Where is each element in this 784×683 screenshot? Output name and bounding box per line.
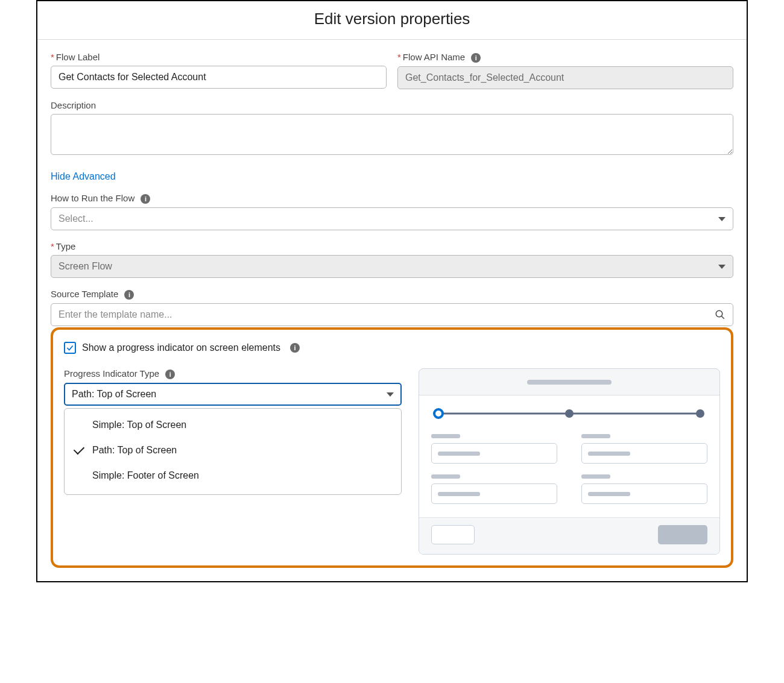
info-icon[interactable]: i bbox=[290, 343, 300, 353]
dropdown-option-simple-top[interactable]: Simple: Top of Screen bbox=[65, 412, 401, 438]
flow-api-name-input bbox=[397, 66, 733, 89]
info-icon[interactable]: i bbox=[124, 290, 134, 300]
chevron-down-icon bbox=[718, 265, 726, 269]
preview-next-button bbox=[658, 525, 707, 544]
modal-title: Edit version properties bbox=[37, 10, 747, 28]
preview-field bbox=[581, 434, 707, 464]
type-label: Type bbox=[51, 241, 733, 251]
preview-field bbox=[431, 434, 557, 464]
preview-header bbox=[419, 369, 719, 395]
hide-advanced-link[interactable]: Hide Advanced bbox=[51, 171, 116, 182]
source-template-label: Source Template i bbox=[51, 289, 733, 300]
preview-footer bbox=[419, 517, 719, 554]
preview-step bbox=[696, 409, 704, 418]
progress-preview bbox=[419, 368, 720, 555]
info-icon[interactable]: i bbox=[471, 53, 481, 63]
how-to-run-label: How to Run the Flow i bbox=[51, 193, 733, 204]
preview-back-button bbox=[431, 525, 475, 544]
modal-content: Flow Label Flow API Name i Description H… bbox=[37, 40, 747, 581]
search-icon bbox=[715, 309, 726, 320]
progress-type-label: Progress Indicator Type i bbox=[64, 368, 402, 379]
preview-path-indicator bbox=[431, 406, 707, 421]
chevron-down-icon bbox=[718, 217, 726, 221]
placeholder-bar bbox=[527, 380, 612, 385]
preview-field bbox=[431, 474, 557, 504]
info-icon[interactable]: i bbox=[141, 194, 150, 204]
description-label: Description bbox=[51, 100, 733, 110]
show-progress-label: Show a progress indicator on screen elem… bbox=[82, 342, 280, 353]
info-icon[interactable]: i bbox=[165, 370, 175, 379]
progress-type-select[interactable]: Path: Top of Screen bbox=[64, 383, 402, 406]
edit-version-properties-modal: Edit version properties Flow Label Flow … bbox=[36, 0, 748, 582]
preview-field bbox=[581, 474, 707, 504]
type-select: Screen Flow bbox=[51, 255, 733, 278]
source-template-lookup[interactable]: Enter the template name... bbox=[51, 303, 733, 326]
flow-label-input[interactable] bbox=[51, 66, 387, 89]
flow-label-label: Flow Label bbox=[51, 52, 387, 62]
dropdown-option-path-top[interactable]: Path: Top of Screen bbox=[65, 438, 401, 463]
description-textarea[interactable] bbox=[51, 114, 733, 155]
preview-body bbox=[419, 395, 719, 517]
preview-step-current bbox=[433, 408, 444, 419]
dropdown-option-simple-footer[interactable]: Simple: Footer of Screen bbox=[65, 463, 401, 488]
how-to-run-select[interactable]: Select... bbox=[51, 207, 733, 230]
preview-step bbox=[565, 409, 574, 418]
modal-header: Edit version properties bbox=[37, 1, 747, 40]
flow-api-name-label: Flow API Name i bbox=[397, 52, 733, 63]
chevron-down-icon bbox=[387, 392, 394, 397]
progress-indicator-section: Show a progress indicator on screen elem… bbox=[51, 327, 733, 568]
svg-point-0 bbox=[716, 310, 722, 317]
show-progress-checkbox[interactable] bbox=[64, 342, 76, 354]
progress-type-dropdown: Simple: Top of Screen Path: Top of Scree… bbox=[64, 408, 402, 495]
svg-line-1 bbox=[721, 316, 724, 319]
